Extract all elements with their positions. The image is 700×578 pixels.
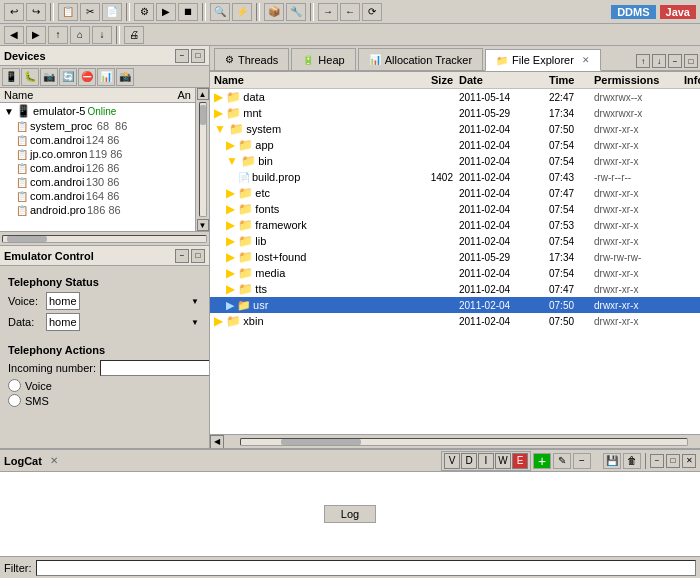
second-toolbar-btn-1[interactable]: ◀ — [4, 26, 24, 44]
second-toolbar-btn-5[interactable]: ↓ — [92, 26, 112, 44]
logcat-i-btn[interactable]: I — [478, 453, 494, 469]
toolbar-btn-13[interactable]: → — [318, 3, 338, 21]
fe-row-etc[interactable]: ▶ 📁 etc 2011-02-04 07:47 drwxr-xr-x — [210, 185, 700, 201]
toolbar-btn-10[interactable]: ⚡ — [232, 3, 252, 21]
logcat-save-btn[interactable]: 💾 — [603, 453, 621, 469]
logcat-w-btn[interactable]: W — [495, 453, 511, 469]
voice-select[interactable]: home — [46, 292, 80, 310]
logcat-add-btn[interactable]: + — [533, 453, 551, 469]
sms-radio[interactable] — [8, 394, 21, 407]
process-icon-1: 📋 — [16, 135, 28, 146]
logcat-close-btn[interactable]: ✕ — [682, 454, 696, 468]
tab-file-explorer[interactable]: 📁 File Explorer ✕ — [485, 49, 601, 71]
toolbar-btn-8[interactable]: ⏹ — [178, 3, 198, 21]
devices-panel: Devices − □ 📱 🐛 📷 🔄 ⛔ 📊 📸 Name — [0, 46, 209, 246]
second-toolbar-btn-4[interactable]: ⌂ — [70, 26, 90, 44]
toolbar-btn-5[interactable]: 📄 — [102, 3, 122, 21]
fe-row-app[interactable]: ▶ 📁 app 2011-02-04 07:54 drwxr-xr-x — [210, 137, 700, 153]
fe-row-lib[interactable]: ▶ 📁 lib 2011-02-04 07:54 drwxr-xr-x — [210, 233, 700, 249]
second-toolbar-btn-3[interactable]: ↑ — [48, 26, 68, 44]
devices-tool-7[interactable]: 📸 — [116, 68, 134, 86]
toolbar-btn-15[interactable]: ⟳ — [362, 3, 382, 21]
process-row-0[interactable]: 📋 system_proc 68 86 — [0, 119, 195, 133]
toolbar-btn-3[interactable]: 📋 — [58, 3, 78, 21]
second-toolbar-btn-6[interactable]: 🖨 — [124, 26, 144, 44]
vscroll-down-btn[interactable]: ▼ — [197, 219, 209, 231]
fe-row-media[interactable]: ▶ 📁 media 2011-02-04 07:54 drwxr-xr-x — [210, 265, 700, 281]
process-row-3[interactable]: 📋 com.androi 126 86 — [0, 161, 195, 175]
ddms-badge[interactable]: DDMS — [611, 5, 655, 19]
fe-row-xbin[interactable]: ▶ 📁 xbin 2011-02-04 07:50 drwxr-xr-x — [210, 313, 700, 329]
devices-maximize-btn[interactable]: □ — [191, 49, 205, 63]
process-row-1[interactable]: 📋 com.androi 124 86 — [0, 133, 195, 147]
second-toolbar-btn-2[interactable]: ▶ — [26, 26, 46, 44]
java-badge[interactable]: Java — [660, 5, 696, 19]
fe-row-buildprop[interactable]: 📄 build.prop 1402 2011-02-04 07:43 -rw-r… — [210, 169, 700, 185]
logcat-e-btn[interactable]: E — [512, 453, 528, 469]
fe-name-framework: ▶ 📁 framework — [214, 218, 414, 232]
devices-tool-6[interactable]: 📊 — [97, 68, 115, 86]
fe-row-tts[interactable]: ▶ 📁 tts 2011-02-04 07:47 drwxr-xr-x — [210, 281, 700, 297]
top-toolbar: ↩ ↪ 📋 ✂ 📄 ⚙ ▶ ⏹ 🔍 ⚡ 📦 🔧 → ← ⟳ DDMS Java — [0, 0, 700, 24]
fe-row-fonts[interactable]: ▶ 📁 fonts 2011-02-04 07:54 drwxr-xr-x — [210, 201, 700, 217]
logcat-d-btn[interactable]: D — [461, 453, 477, 469]
tab-action-1[interactable]: ↑ — [636, 54, 650, 68]
fe-time-xbin: 07:50 — [549, 316, 594, 327]
toolbar-btn-2[interactable]: ↪ — [26, 3, 46, 21]
devices-tool-4[interactable]: 🔄 — [59, 68, 77, 86]
tab-threads[interactable]: ⚙ Threads — [214, 48, 289, 70]
tab-heap[interactable]: 🔋 Heap — [291, 48, 355, 70]
logcat-minimize-btn[interactable]: − — [650, 454, 664, 468]
fe-row-system[interactable]: ▼ 📁 system 2011-02-04 07:50 drwxr-xr-x — [210, 121, 700, 137]
devices-tool-5[interactable]: ⛔ — [78, 68, 96, 86]
tab-action-minimize[interactable]: − — [668, 54, 682, 68]
toolbar-btn-12[interactable]: 🔧 — [286, 3, 306, 21]
voice-select-arrow: ▼ — [191, 297, 199, 306]
toolbar-btn-4[interactable]: ✂ — [80, 3, 100, 21]
fe-row-lostfound[interactable]: ▶ 📁 lost+found 2011-05-29 17:34 drw-rw-r… — [210, 249, 700, 265]
process-row-4[interactable]: 📋 com.androi 130 86 — [0, 175, 195, 189]
tab-action-maximize[interactable]: □ — [684, 54, 698, 68]
process-row-2[interactable]: 📋 jp.co.omron 119 86 — [0, 147, 195, 161]
data-select[interactable]: home — [46, 313, 80, 331]
toolbar-btn-11[interactable]: 📦 — [264, 3, 284, 21]
fe-row-mnt[interactable]: ▶ 📁 mnt 2011-05-29 17:34 drwxrwxr-x — [210, 105, 700, 121]
fe-perms-data: drwxrwx--x — [594, 92, 684, 103]
fe-row-framework[interactable]: ▶ 📁 framework 2011-02-04 07:53 drwxr-xr-… — [210, 217, 700, 233]
process-row-6[interactable]: 📋 android.pro 186 86 — [0, 203, 195, 217]
fe-scroll-left[interactable]: ◀ — [210, 435, 224, 449]
tab-action-2[interactable]: ↓ — [652, 54, 666, 68]
logcat-clear-btn[interactable]: 🗑 — [623, 453, 641, 469]
emulator-minimize-btn[interactable]: − — [175, 249, 189, 263]
fe-row-data[interactable]: ▶ 📁 data 2011-05-14 22:47 drwxrwx--x — [210, 89, 700, 105]
voice-radio[interactable] — [8, 379, 21, 392]
fe-row-bin[interactable]: ▼ 📁 bin 2011-02-04 07:54 drwxr-xr-x — [210, 153, 700, 169]
vscroll-up-btn[interactable]: ▲ — [197, 88, 209, 100]
process-row-5[interactable]: 📋 com.androi 164 86 — [0, 189, 195, 203]
file-explorer-tab-close[interactable]: ✕ — [582, 55, 590, 65]
logcat-remove-btn[interactable]: − — [573, 453, 591, 469]
filter-input[interactable] — [36, 560, 697, 576]
fe-size-buildprop: 1402 — [414, 172, 459, 183]
logcat-v-btn[interactable]: V — [444, 453, 460, 469]
devices-tool-2[interactable]: 🐛 — [21, 68, 39, 86]
emulator-maximize-btn[interactable]: □ — [191, 249, 205, 263]
devices-tool-3[interactable]: 📷 — [40, 68, 58, 86]
devices-minimize-btn[interactable]: − — [175, 49, 189, 63]
logcat-edit-btn[interactable]: ✎ — [553, 453, 571, 469]
log-button[interactable]: Log — [324, 505, 376, 523]
toolbar-btn-7[interactable]: ▶ — [156, 3, 176, 21]
toolbar-btn-1[interactable]: ↩ — [4, 3, 24, 21]
telephony-actions-label: Telephony Actions — [8, 344, 201, 356]
fe-row-usr[interactable]: ▶ 📁 usr 2011-02-04 07:50 drwxr-xr-x — [210, 297, 700, 313]
threads-tab-icon: ⚙ — [225, 54, 234, 65]
toolbar-btn-14[interactable]: ← — [340, 3, 360, 21]
toolbar-sep-5 — [310, 3, 314, 21]
toolbar-btn-9[interactable]: 🔍 — [210, 3, 230, 21]
toolbar-btn-6[interactable]: ⚙ — [134, 3, 154, 21]
devices-tool-1[interactable]: 📱 — [2, 68, 20, 86]
incoming-input[interactable] — [100, 360, 209, 376]
logcat-maximize-btn[interactable]: □ — [666, 454, 680, 468]
tab-allocation[interactable]: 📊 Allocation Tracker — [358, 48, 483, 70]
device-emulator-row[interactable]: ▼ 📱 emulator-5 Online — [0, 103, 195, 119]
